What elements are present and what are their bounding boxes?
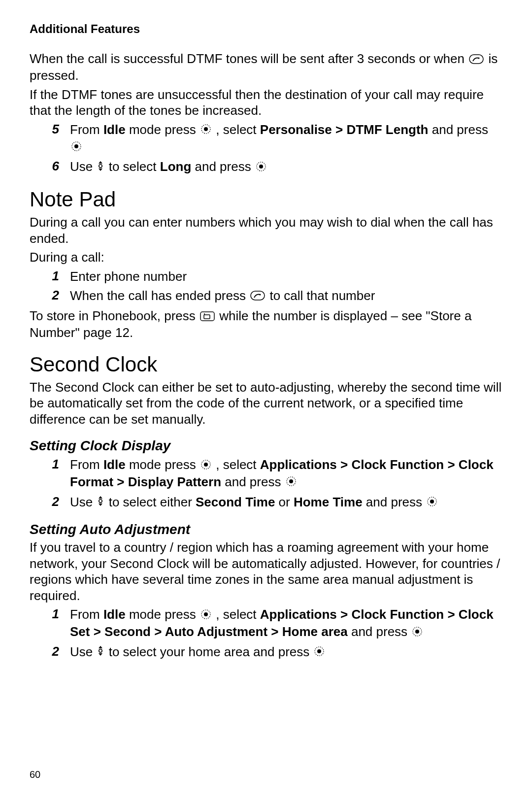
svg-point-25 (99, 649, 102, 652)
subheading-clock-display: Setting Clock Display (30, 438, 502, 454)
text: and press (428, 122, 488, 137)
list-item: 1 Enter phone number (30, 268, 502, 285)
text: mode press (126, 122, 200, 137)
svg-point-10 (260, 294, 261, 296)
svg-point-17 (289, 479, 293, 483)
text: Use (70, 495, 96, 509)
text: or (275, 495, 294, 509)
svg-point-5 (74, 144, 78, 148)
ordered-list: 1 From Idle mode press , select Applicat… (30, 606, 502, 661)
paragraph: If you travel to a country / region whic… (30, 539, 502, 603)
nav-key-icon (286, 474, 297, 491)
text: to select your home area and press (109, 644, 313, 659)
text-bold: Long (160, 159, 192, 174)
paragraph: During a call: (30, 249, 502, 266)
list-item: 1 From Idle mode press , select Applicat… (30, 606, 502, 641)
paragraph: When the call is successful DTMF tones w… (30, 51, 502, 84)
text: , select (216, 607, 260, 622)
svg-rect-9 (251, 291, 265, 300)
text: Use (70, 159, 96, 174)
updown-key-icon (97, 644, 104, 661)
step-number: 1 (30, 606, 70, 622)
step-number: 2 (30, 288, 70, 303)
list-item: 2 Use to select either Second Time or Ho… (30, 494, 502, 511)
nav-key-icon (71, 139, 82, 156)
svg-rect-12 (204, 315, 210, 319)
heading-secondclock: Second Clock (30, 353, 502, 376)
text: , select (216, 122, 260, 137)
text: To store in Phonebook, press (30, 308, 199, 323)
send-key-icon (469, 52, 484, 68)
svg-point-15 (204, 463, 208, 467)
softkey-icon (200, 309, 215, 325)
step-number: 1 (30, 268, 70, 284)
text-bold: Personalise > DTMF Length (260, 122, 429, 137)
step-text: Use to select Long and press (70, 159, 502, 176)
step-text: When the call has ended press to call th… (70, 288, 502, 305)
text: From (70, 607, 103, 622)
step-number: 5 (30, 122, 70, 137)
text: and press (348, 624, 411, 639)
page-number: 60 (30, 769, 40, 780)
svg-point-3 (204, 127, 208, 131)
paragraph: To store in Phonebook, press while the n… (30, 308, 502, 341)
paragraph: If the DTMF tones are unsuccessful then … (30, 87, 502, 119)
nav-key-icon (412, 625, 423, 641)
svg-point-27 (317, 649, 321, 653)
svg-point-18 (99, 500, 102, 502)
subheading-auto-adjustment: Setting Auto Adjustment (30, 522, 502, 537)
text: When the call is successful DTMF tones w… (30, 51, 468, 66)
updown-key-icon (97, 160, 104, 176)
page: Additional Features When the call is suc… (0, 0, 532, 804)
svg-rect-11 (200, 312, 214, 321)
svg-rect-0 (469, 55, 483, 64)
text: When the call has ended press (70, 288, 249, 303)
text: and press (221, 474, 285, 489)
list-item: 6 Use to select Long and press (30, 159, 502, 176)
svg-point-1 (478, 57, 480, 59)
nav-key-icon (200, 458, 211, 474)
step-number: 6 (30, 159, 70, 174)
step-number: 2 (30, 644, 70, 659)
step-text: Enter phone number (70, 268, 502, 285)
step-text: Use to select your home area and press (70, 644, 502, 661)
list-item: 2 When the call has ended press to call … (30, 288, 502, 305)
list-item: 2 Use to select your home area and press (30, 644, 502, 661)
step-text: From Idle mode press , select Applicatio… (70, 457, 502, 491)
list-item: 5 From Idle mode press , select Personal… (30, 122, 502, 156)
text-bold: Home Time (294, 495, 363, 509)
text: From (70, 457, 103, 472)
nav-key-icon (200, 122, 211, 138)
list-item: 1 From Idle mode press , select Applicat… (30, 457, 502, 491)
paragraph: The Second Clock can either be set to au… (30, 379, 502, 428)
paragraph: During a call you can enter numbers whic… (30, 214, 502, 246)
running-header: Additional Features (30, 22, 502, 36)
heading-notepad: Note Pad (30, 188, 502, 211)
step-text: From Idle mode press , select Personalis… (70, 122, 502, 156)
text: , select (216, 457, 260, 472)
nav-key-icon (256, 160, 266, 176)
step-number: 2 (30, 494, 70, 509)
ordered-list: 5 From Idle mode press , select Personal… (30, 122, 502, 176)
text-bold: Idle (103, 122, 126, 137)
svg-point-8 (259, 165, 263, 168)
send-key-icon (250, 288, 265, 304)
text: mode press (126, 457, 200, 472)
text: Use (70, 644, 96, 659)
nav-key-icon (314, 644, 325, 661)
text: to select either (109, 495, 196, 509)
svg-point-20 (430, 500, 434, 503)
step-number: 1 (30, 457, 70, 472)
ordered-list: 1 Enter phone number 2 When the call has… (30, 268, 502, 305)
nav-key-icon (427, 495, 437, 511)
text: to select (109, 159, 160, 174)
text: to call that number (269, 288, 375, 303)
text: and press (363, 495, 426, 509)
step-text: From Idle mode press , select Applicatio… (70, 606, 502, 641)
text-bold: Idle (103, 457, 126, 472)
nav-key-icon (200, 607, 211, 624)
svg-point-22 (204, 612, 208, 616)
text: and press (191, 159, 255, 174)
svg-point-6 (99, 165, 102, 168)
svg-point-24 (415, 630, 419, 634)
